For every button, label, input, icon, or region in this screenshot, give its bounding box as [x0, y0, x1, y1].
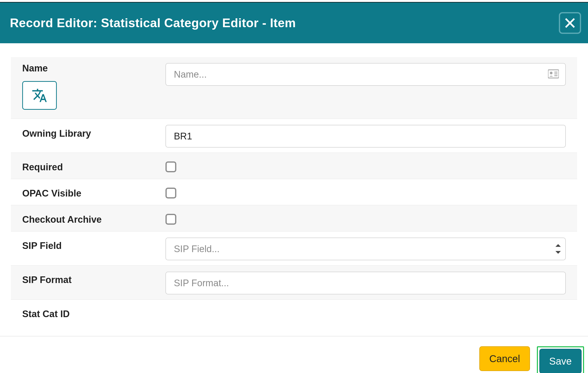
field-row-opac-visible: OPAC Visible	[11, 179, 577, 205]
spinner-arrows[interactable]	[555, 243, 561, 255]
field-row-sip-field: SIP Field	[11, 232, 577, 266]
owning-library-label: Owning Library	[22, 124, 165, 139]
name-input-wrap	[165, 63, 566, 86]
contact-card-icon	[548, 69, 559, 80]
sip-format-label: SIP Format	[22, 271, 165, 285]
sip-format-input[interactable]	[165, 272, 566, 294]
save-highlight-box: Save	[537, 346, 584, 373]
svg-point-3	[550, 72, 552, 74]
opac-visible-label: OPAC Visible	[22, 184, 165, 199]
stat-cat-id-value	[165, 305, 566, 306]
opac-visible-control	[165, 184, 566, 198]
field-row-owning-library: Owning Library	[11, 119, 577, 153]
chevron-up-icon	[555, 243, 561, 248]
name-control	[165, 62, 566, 86]
field-row-stat-cat-id: Stat Cat ID	[11, 300, 577, 327]
dialog-footer: Cancel Save	[0, 336, 588, 373]
translate-icon	[32, 88, 47, 103]
close-button[interactable]	[559, 12, 581, 34]
save-button[interactable]: Save	[539, 349, 582, 373]
sip-field-label: SIP Field	[22, 237, 165, 251]
sip-field-control	[165, 237, 566, 260]
owning-library-control	[165, 124, 566, 148]
name-label-block: Name	[22, 62, 165, 110]
required-checkbox[interactable]	[165, 161, 176, 172]
dialog-title: Record Editor: Statistical Category Edit…	[10, 16, 296, 30]
required-label: Required	[22, 158, 165, 173]
close-icon	[564, 17, 576, 29]
field-row-required: Required	[11, 153, 577, 179]
field-row-name: Name	[11, 57, 577, 119]
chevron-down-icon	[555, 250, 561, 255]
form-body: Name	[0, 43, 588, 327]
field-row-checkout-archive: Checkout Archive	[11, 205, 577, 232]
required-control	[165, 158, 566, 172]
sip-field-combobox[interactable]	[165, 238, 566, 260]
translate-button[interactable]	[22, 81, 57, 110]
cancel-button[interactable]: Cancel	[479, 346, 530, 371]
name-input[interactable]	[165, 63, 566, 86]
owning-library-input[interactable]	[165, 125, 566, 148]
opac-visible-checkbox[interactable]	[165, 188, 176, 198]
sip-format-control	[165, 271, 566, 294]
field-row-sip-format: SIP Format	[11, 266, 577, 300]
name-label: Name	[22, 62, 165, 74]
checkout-archive-checkbox[interactable]	[165, 214, 176, 225]
checkout-archive-label: Checkout Archive	[22, 210, 165, 225]
stat-cat-id-label: Stat Cat ID	[22, 305, 165, 319]
top-nav-strip	[0, 0, 588, 2]
dialog-header: Record Editor: Statistical Category Edit…	[0, 2, 588, 43]
checkout-archive-control	[165, 210, 566, 225]
